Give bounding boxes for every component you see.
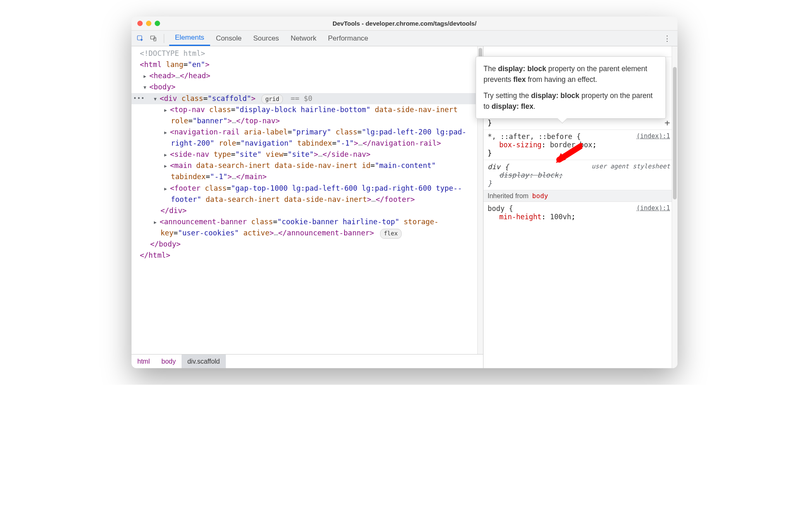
dom-node[interactable]: ▶<side-nav type="site" view="site">…</si… (132, 149, 483, 160)
dom-tree[interactable]: <!DOCTYPE html><html lang="en">▶<head>…<… (132, 46, 483, 354)
breadcrumb-item[interactable]: html (132, 355, 156, 368)
dom-node[interactable]: ▶<head>…</head> (132, 70, 483, 81)
style-source-link[interactable]: (index):1 (637, 204, 670, 212)
dom-node[interactable]: •••▼<div class="scaffold"> grid == $0 (132, 93, 483, 104)
dom-node[interactable]: ▶<announcement-banner class="cookie-bann… (132, 216, 483, 239)
add-property-button[interactable]: + (665, 117, 670, 128)
breadcrumb-item[interactable]: body (156, 355, 182, 368)
css-rule-body[interactable]: (index):1 body { min-height: 100vh; (483, 202, 677, 223)
css-prop-minheight[interactable]: min-height: 100vh; (488, 213, 671, 221)
window-title: DevTools - developer.chrome.com/tags/dev… (132, 20, 677, 27)
annotation-arrow-icon (553, 143, 582, 167)
dom-node[interactable]: </div> (132, 205, 483, 216)
separator (164, 34, 164, 43)
device-toggle-icon[interactable] (148, 33, 159, 44)
breadcrumbs: htmlbodydiv.scaffold (132, 354, 483, 368)
dom-node[interactable]: ▶<footer class="gap-top-1000 lg:pad-left… (132, 183, 483, 205)
dom-node[interactable]: ▼<body> (132, 81, 483, 93)
inactive-property-tooltip: The display: block property on the paren… (476, 56, 666, 119)
dom-node[interactable]: <!DOCTYPE html> (132, 48, 483, 59)
tab-console[interactable]: Console (210, 31, 247, 46)
ua-label: user agent stylesheet (591, 163, 670, 170)
inherited-from-bar: Inherited from body (483, 190, 677, 202)
dom-node[interactable]: ▶<main data-search-inert data-side-nav-i… (132, 160, 483, 182)
tab-elements[interactable]: Elements (169, 31, 210, 46)
titlebar: DevTools - developer.chrome.com/tags/dev… (132, 17, 677, 31)
elements-panel: <!DOCTYPE html><html lang="en">▶<head>…<… (132, 46, 483, 368)
more-menu-icon[interactable]: ⋮ (660, 34, 674, 43)
dom-node[interactable]: </body> (132, 239, 483, 250)
dom-node[interactable]: ▶<navigation-rail aria-label="primary" c… (132, 127, 483, 149)
toolbar: ElementsConsoleSourcesNetworkPerformance… (132, 31, 677, 46)
dom-node[interactable]: <html lang="en"> (132, 59, 483, 70)
inspect-icon[interactable] (135, 33, 146, 44)
breadcrumb-item[interactable]: div.scaffold (182, 355, 226, 368)
tab-performance[interactable]: Performance (322, 31, 374, 46)
scrollbar-thumb[interactable] (673, 67, 677, 199)
tab-network[interactable]: Network (285, 31, 322, 46)
style-source-link[interactable]: (index):1 (637, 132, 670, 140)
dom-node[interactable]: ▶<top-nav class="display-block hairline-… (132, 104, 483, 127)
tab-sources[interactable]: Sources (247, 31, 285, 46)
devtools-window: DevTools - developer.chrome.com/tags/dev… (132, 17, 677, 368)
scrollbar[interactable] (672, 46, 677, 368)
dom-node[interactable]: </html> (132, 250, 483, 261)
tabs: ElementsConsoleSourcesNetworkPerformance (169, 31, 374, 46)
css-prop-display-ua: display: block; (488, 171, 671, 179)
